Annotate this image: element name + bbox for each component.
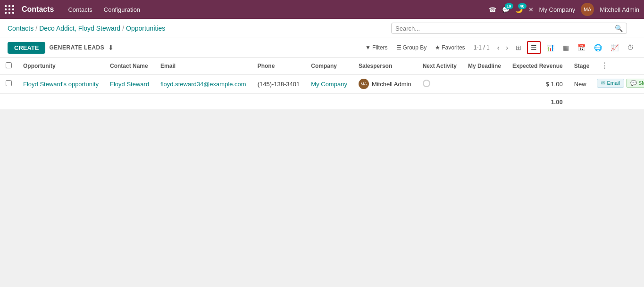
- navbar-contacts[interactable]: Contacts: [63, 4, 97, 15]
- content-area: Opportunity Contact Name Email Phone Com…: [0, 57, 644, 110]
- group-by-label: Group By: [403, 44, 427, 51]
- select-all-header[interactable]: [0, 57, 17, 74]
- col-email[interactable]: Email: [155, 57, 252, 74]
- row-expected-revenue: $ 1.00: [507, 74, 569, 93]
- total-label-cell: [0, 93, 507, 110]
- salesperson-cell: MA Mitchell Admin: [359, 79, 411, 89]
- col-salesperson[interactable]: Salesperson: [353, 57, 417, 74]
- salesperson-avatar: MA: [359, 79, 369, 89]
- navbar-menu: Contacts Configuration: [63, 4, 484, 15]
- phone-icon[interactable]: ☎: [489, 6, 496, 13]
- row-phone: (145)-138-3401: [252, 74, 306, 93]
- col-phone[interactable]: Phone: [252, 57, 306, 74]
- messages-badge: 19: [505, 3, 513, 9]
- avatar[interactable]: MA: [581, 3, 594, 16]
- company-link[interactable]: My Company: [311, 81, 347, 88]
- breadcrumb-sep2: /: [122, 25, 124, 32]
- row-opportunity[interactable]: Floyd Steward's opportunity: [17, 74, 104, 93]
- col-company[interactable]: Company: [305, 57, 353, 74]
- activity-circle-icon[interactable]: [423, 80, 430, 87]
- filter-icon: ▼: [365, 44, 371, 51]
- col-stage[interactable]: Stage: [569, 57, 595, 74]
- col-opportunity[interactable]: Opportunity: [17, 57, 104, 74]
- activity-view-button[interactable]: 📈: [608, 42, 621, 53]
- prev-page-button[interactable]: ‹: [495, 43, 502, 52]
- row-stage: New: [569, 74, 595, 93]
- group-by-button[interactable]: ☰ Group By: [393, 43, 430, 52]
- action-left: CREATE GENERATE LEADS ⬇: [8, 42, 114, 54]
- navbar-right: ☎ 💬 19 🌙 48 ✕ My Company MA Mitchell Adm…: [489, 3, 639, 16]
- total-revenue-cell: 1.00: [507, 93, 569, 110]
- pivot-view-button[interactable]: ▦: [560, 42, 572, 53]
- chart-view-button[interactable]: 📊: [544, 42, 557, 53]
- pagination-info: 1-1 / 1: [474, 44, 490, 51]
- breadcrumb: Contacts / Deco Addict, Floyd Steward / …: [8, 25, 165, 32]
- row-company[interactable]: My Company: [305, 74, 353, 93]
- table-row: Floyd Steward's opportunity Floyd Stewar…: [0, 74, 644, 93]
- download-icon[interactable]: ⬇: [108, 44, 114, 51]
- map-view-button[interactable]: 🌐: [591, 42, 605, 53]
- sms-action-button[interactable]: 💬 SMS: [626, 79, 644, 88]
- filters-label: Filters: [372, 44, 388, 51]
- top-bar: Contacts / Deco Addict, Floyd Steward / …: [0, 19, 644, 38]
- row-checkbox-cell[interactable]: [0, 74, 17, 93]
- filters-button[interactable]: ▼ Filters: [362, 43, 391, 52]
- app-title: Contacts: [22, 5, 54, 14]
- breadcrumb-contact[interactable]: Deco Addict, Floyd Steward: [39, 25, 120, 32]
- email-link[interactable]: floyd.steward34@example.com: [160, 81, 246, 88]
- search-bar: 🔍: [391, 23, 627, 34]
- activity-icon[interactable]: 🌙 48: [515, 6, 523, 13]
- app-grid-icon[interactable]: [5, 5, 15, 14]
- favorites-button[interactable]: ★ Favorites: [432, 43, 468, 52]
- more-columns-icon[interactable]: ⋮: [601, 62, 608, 70]
- row-email[interactable]: floyd.steward34@example.com: [155, 74, 252, 93]
- opportunity-link[interactable]: Floyd Steward's opportunity: [23, 81, 99, 88]
- row-next-activity[interactable]: [417, 74, 462, 93]
- row-action-buttons: ✉ Email 💬 SMS: [595, 75, 644, 91]
- col-expected-revenue[interactable]: Expected Revenue: [507, 57, 569, 74]
- action-bar: CREATE GENERATE LEADS ⬇ ▼ Filters ☰ Grou…: [0, 38, 644, 57]
- navbar-configuration[interactable]: Configuration: [99, 4, 145, 15]
- row-salesperson: MA Mitchell Admin: [353, 74, 417, 93]
- breadcrumb-sep1: /: [35, 25, 37, 32]
- breadcrumb-current: Opportunities: [126, 25, 165, 32]
- total-row: 1.00: [0, 93, 644, 110]
- messages-icon[interactable]: 💬 19: [502, 6, 510, 13]
- contact-name-link[interactable]: Floyd Steward: [110, 81, 149, 88]
- total-revenue-value: 1.00: [551, 98, 562, 106]
- company-name: My Company: [539, 6, 576, 13]
- calendar-view-button[interactable]: 📅: [575, 42, 588, 53]
- table-header-row: Opportunity Contact Name Email Phone Com…: [0, 57, 644, 74]
- col-next-activity[interactable]: Next Activity: [417, 57, 462, 74]
- navbar: Contacts Contacts Configuration ☎ 💬 19 🌙…: [0, 0, 644, 19]
- revenue-value: $ 1.00: [546, 81, 563, 88]
- close-icon[interactable]: ✕: [528, 6, 534, 13]
- total-empty-cell: [569, 93, 644, 110]
- create-button[interactable]: CREATE: [8, 42, 45, 54]
- col-my-deadline[interactable]: My Deadline: [462, 57, 507, 74]
- generate-leads-button[interactable]: GENERATE LEADS: [49, 44, 104, 51]
- activity-badge: 48: [518, 3, 527, 9]
- row-contact-name[interactable]: Floyd Steward: [104, 74, 155, 93]
- star-icon: ★: [435, 44, 440, 51]
- list-view-button[interactable]: ☰: [527, 41, 541, 54]
- search-input[interactable]: [395, 25, 615, 32]
- user-name: Mitchell Admin: [600, 6, 639, 13]
- favorites-label: Favorites: [442, 44, 465, 51]
- col-contact-name[interactable]: Contact Name: [104, 57, 155, 74]
- next-page-button[interactable]: ›: [504, 43, 510, 52]
- email-action-button[interactable]: ✉ Email: [597, 79, 624, 88]
- row-my-deadline: [462, 74, 507, 93]
- groupby-icon: ☰: [396, 44, 401, 51]
- kanban-view-button[interactable]: ⊞: [513, 42, 524, 53]
- salesperson-name: Mitchell Admin: [372, 81, 411, 88]
- settings-view-button[interactable]: ⏱: [624, 42, 636, 53]
- select-all-checkbox[interactable]: [6, 62, 12, 68]
- opportunities-table: Opportunity Contact Name Email Phone Com…: [0, 57, 644, 110]
- search-icon[interactable]: 🔍: [615, 25, 623, 32]
- row-checkbox[interactable]: [6, 80, 12, 86]
- breadcrumb-root[interactable]: Contacts: [8, 25, 33, 32]
- col-actions: ⋮: [595, 57, 644, 74]
- action-right: ▼ Filters ☰ Group By ★ Favorites 1-1 / 1…: [362, 41, 636, 54]
